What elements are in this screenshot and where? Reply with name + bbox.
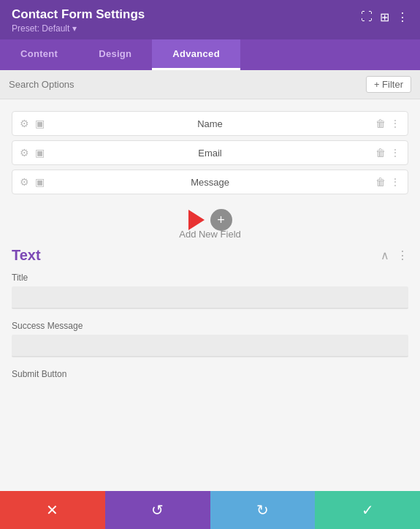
- form-group-success: Success Message: [12, 321, 408, 357]
- search-input[interactable]: [9, 79, 366, 90]
- field-row: ⚙ ▣ Name 🗑 ⋮: [12, 111, 408, 136]
- more-options-icon[interactable]: ⋮: [390, 147, 400, 159]
- form-group-submit: Submit Button: [12, 369, 408, 379]
- undo-icon: ↺: [151, 501, 164, 519]
- more-options-icon[interactable]: ⋮: [390, 118, 400, 129]
- search-bar: + Filter: [0, 70, 420, 99]
- settings-icon[interactable]: ⚙: [20, 147, 29, 159]
- more-options-icon[interactable]: ⋮: [390, 176, 400, 188]
- header-left: Contact Form Settings Preset: Default ▾: [12, 7, 145, 34]
- save-icon: ✓: [362, 501, 374, 519]
- field-row-icons: ⚙ ▣: [20, 118, 45, 129]
- add-field-button[interactable]: +: [210, 209, 232, 231]
- field-row-icons: ⚙ ▣: [20, 147, 45, 159]
- delete-icon[interactable]: 🗑: [375, 147, 386, 159]
- field-row-actions: 🗑 ⋮: [375, 176, 400, 188]
- fields-list: ⚙ ▣ Name 🗑 ⋮ ⚙ ▣ Email 🗑 ⋮ ⚙ ▣: [12, 111, 408, 194]
- redo-button[interactable]: ↻: [210, 491, 316, 529]
- field-row-icons: ⚙ ▣: [20, 176, 45, 188]
- redo-icon: ↻: [256, 501, 269, 519]
- section-header-icons: ∧ ⋮: [381, 248, 408, 262]
- settings-icon[interactable]: ⚙: [20, 118, 29, 129]
- tab-design[interactable]: Design: [78, 39, 152, 70]
- tabs: Content Design Advanced: [0, 39, 420, 70]
- field-row: ⚙ ▣ Message 🗑 ⋮: [12, 170, 408, 194]
- field-row: ⚙ ▣ Email 🗑 ⋮: [12, 140, 408, 165]
- cancel-button[interactable]: ✕: [0, 491, 105, 529]
- title-input[interactable]: [12, 286, 408, 309]
- grid-icon[interactable]: ⊞: [380, 10, 389, 24]
- section-more-icon[interactable]: ⋮: [397, 248, 408, 262]
- tab-content[interactable]: Content: [0, 39, 78, 70]
- header-title: Contact Form Settings: [12, 7, 145, 22]
- save-button[interactable]: ✓: [315, 491, 420, 529]
- filter-button[interactable]: + Filter: [366, 76, 411, 93]
- success-label: Success Message: [12, 321, 408, 331]
- field-row-actions: 🗑 ⋮: [375, 118, 400, 129]
- expand-icon[interactable]: ⛶: [361, 10, 373, 24]
- bottom-bar: ✕ ↺ ↻ ✓: [0, 491, 420, 529]
- header-preset[interactable]: Preset: Default ▾: [12, 23, 145, 34]
- text-section: Text ∧ ⋮ Title Success Message Submit Bu…: [12, 247, 408, 379]
- collapse-icon[interactable]: ∧: [381, 248, 389, 262]
- section-header: Text ∧ ⋮: [12, 247, 408, 264]
- settings-icon[interactable]: ⚙: [20, 176, 29, 188]
- field-name: Message: [50, 177, 370, 188]
- field-type-icon[interactable]: ▣: [35, 147, 45, 159]
- more-icon[interactable]: ⋮: [397, 10, 408, 24]
- undo-button[interactable]: ↺: [105, 491, 210, 529]
- field-name: Email: [50, 148, 370, 159]
- delete-icon[interactable]: 🗑: [375, 118, 386, 129]
- header-icons: ⛶ ⊞ ⋮: [361, 10, 408, 24]
- main-content: ⚙ ▣ Name 🗑 ⋮ ⚙ ▣ Email 🗑 ⋮ ⚙ ▣: [0, 99, 420, 403]
- delete-icon[interactable]: 🗑: [375, 176, 386, 188]
- field-row-actions: 🗑 ⋮: [375, 147, 400, 159]
- field-name: Name: [50, 118, 370, 129]
- field-type-icon[interactable]: ▣: [35, 118, 45, 129]
- success-input[interactable]: [12, 335, 408, 357]
- field-type-icon[interactable]: ▣: [35, 176, 45, 188]
- cancel-icon: ✕: [46, 501, 58, 519]
- submit-label: Submit Button: [12, 369, 408, 379]
- form-group-title: Title: [12, 273, 408, 309]
- header: Contact Form Settings Preset: Default ▾ …: [0, 0, 420, 39]
- arrow-right-icon: [188, 210, 205, 230]
- add-field-row: + Add New Field: [12, 205, 408, 241]
- add-field-label: Add New Field: [179, 229, 241, 240]
- section-title: Text: [12, 247, 41, 264]
- tab-advanced[interactable]: Advanced: [152, 39, 240, 70]
- title-label: Title: [12, 273, 408, 283]
